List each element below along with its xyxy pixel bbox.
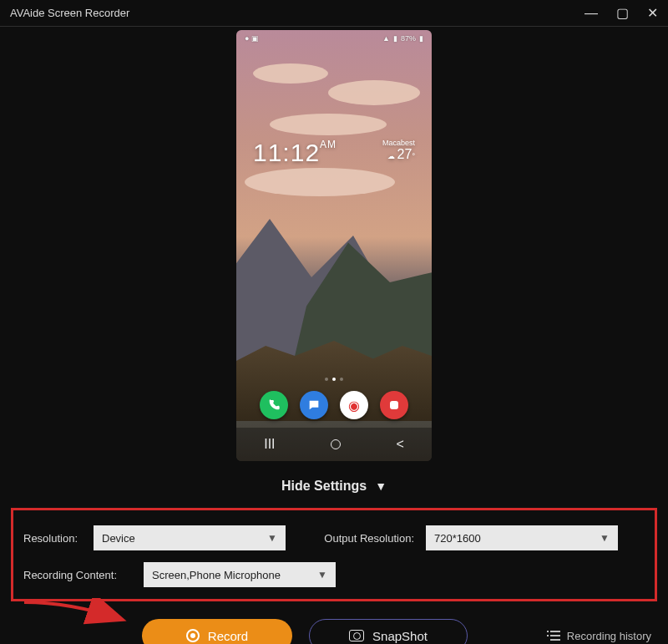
notif-icon: ▣ xyxy=(251,34,259,43)
recorder1-app-icon: ◉ xyxy=(340,391,368,419)
resolution-select[interactable]: Device ▼ xyxy=(94,525,286,550)
signal-icon: ▮ xyxy=(393,34,397,43)
phone-statusbar: ●▣ ▲ ▮ 87% ▮ xyxy=(236,30,432,47)
camera-icon xyxy=(349,630,364,641)
chevron-down-icon: ▼ xyxy=(600,532,610,544)
phone-preview: ●▣ ▲ ▮ 87% ▮ 11:12AM Macabest ☁ 27° ◉ II… xyxy=(236,30,432,461)
cloud-shape xyxy=(270,114,387,135)
recording-content-value: Screen,Phone Microphone xyxy=(152,569,281,581)
home-icon xyxy=(331,439,341,449)
cloud-shape xyxy=(328,80,420,105)
weather-temp: 27 xyxy=(397,147,412,161)
weather-widget: Macabest ☁ 27° xyxy=(382,139,415,162)
clock-widget: 11:12AM xyxy=(253,139,337,167)
clock-meridiem: AM xyxy=(320,139,337,150)
action-bar: Record SnapShot Recording history xyxy=(0,606,668,644)
recording-content-select[interactable]: Screen,Phone Microphone ▼ xyxy=(144,562,336,587)
battery-icon: ▮ xyxy=(419,34,423,43)
record-icon xyxy=(186,629,200,642)
resolution-label: Resolution: xyxy=(23,532,82,545)
clock-time: 11:12 xyxy=(253,139,320,166)
cloud-shape xyxy=(253,63,328,84)
wifi-icon: ▲ xyxy=(382,34,390,43)
record-label: Record xyxy=(208,629,248,643)
chevron-down-icon: ▼ xyxy=(317,569,327,581)
page-indicator xyxy=(236,378,432,381)
cloud-shape xyxy=(245,168,395,196)
weather-icon: ☁ xyxy=(387,152,395,160)
output-resolution-select[interactable]: 720*1600 ▼ xyxy=(426,525,618,550)
toggle-settings-button[interactable]: Hide Settings ▼ xyxy=(0,469,668,503)
chevron-down-icon: ▼ xyxy=(375,479,387,493)
titlebar: AVAide Screen Recorder — ▢ ✕ xyxy=(0,0,668,27)
recorder2-app-icon xyxy=(380,391,408,419)
snapshot-label: SnapShot xyxy=(372,629,428,643)
recording-content-label: Recording Content: xyxy=(23,569,132,581)
toggle-settings-label: Hide Settings xyxy=(281,479,367,494)
weather-location: Macabest xyxy=(382,139,415,147)
window-controls: — ▢ ✕ xyxy=(584,7,658,20)
chevron-down-icon: ▼ xyxy=(267,532,277,544)
window-title: AVAide Screen Recorder xyxy=(10,7,129,19)
close-icon[interactable]: ✕ xyxy=(647,7,658,20)
settings-panel: Resolution: Device ▼ Output Resolution: … xyxy=(11,508,657,601)
maximize-icon[interactable]: ▢ xyxy=(616,7,629,20)
settings-row-1: Resolution: Device ▼ Output Resolution: … xyxy=(23,525,645,550)
recent-apps-icon: III xyxy=(264,437,275,452)
list-icon xyxy=(547,631,560,641)
output-resolution-value: 720*1600 xyxy=(434,532,481,545)
history-label: Recording history xyxy=(567,630,651,642)
minimize-icon[interactable]: — xyxy=(584,7,598,20)
recording-history-link[interactable]: Recording history xyxy=(547,630,651,642)
resolution-value: Device xyxy=(102,532,135,545)
phone-dock: ◉ xyxy=(236,391,432,419)
notif-icon: ● xyxy=(245,34,249,43)
output-resolution-label: Output Resolution: xyxy=(306,532,414,545)
preview-stage: ●▣ ▲ ▮ 87% ▮ 11:12AM Macabest ☁ 27° ◉ II… xyxy=(0,27,668,469)
messages-app-icon xyxy=(300,391,328,419)
snapshot-button[interactable]: SnapShot xyxy=(309,619,468,644)
record-button[interactable]: Record xyxy=(142,619,292,644)
phone-navbar: III < xyxy=(236,428,432,461)
settings-row-2: Recording Content: Screen,Phone Micropho… xyxy=(23,562,645,587)
phone-app-icon xyxy=(260,391,288,419)
back-icon: < xyxy=(396,437,403,452)
battery-text: 87% xyxy=(401,34,416,43)
